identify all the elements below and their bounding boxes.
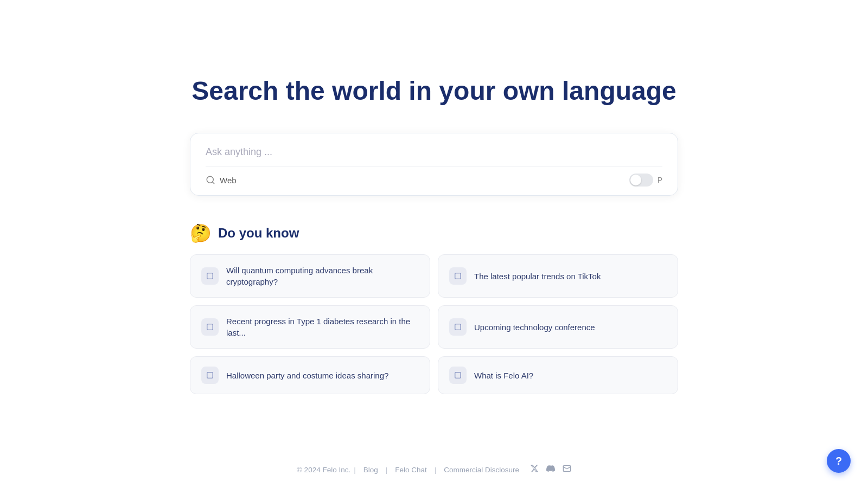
- help-button[interactable]: ?: [827, 449, 851, 473]
- blog-link[interactable]: Blog: [359, 466, 382, 474]
- search-box: Web P: [190, 133, 678, 196]
- card-text-4: Upcoming technology conference: [474, 322, 595, 333]
- card-text-6: What is Felo AI?: [474, 370, 533, 381]
- chat-icon[interactable]: [546, 464, 555, 475]
- card-text-2: The latest popular trends on TikTok: [474, 271, 601, 282]
- card-text-1: Will quantum computing advances break cr…: [226, 265, 419, 287]
- svg-rect-2: [207, 273, 213, 279]
- web-badge: Web: [206, 175, 237, 185]
- copyright-text: © 2024 Felo Inc.: [297, 466, 350, 474]
- suggestion-card-2[interactable]: The latest popular trends on TikTok: [438, 254, 678, 298]
- svg-line-1: [212, 182, 214, 183]
- twitter-icon[interactable]: [530, 464, 539, 475]
- card-icon-1: [201, 267, 219, 285]
- page-container: Search the world in your own language We…: [0, 0, 868, 488]
- svg-rect-7: [455, 373, 461, 378]
- card-text-3: Recent progress in Type 1 diabetes resea…: [226, 316, 419, 338]
- search-input[interactable]: [206, 146, 662, 158]
- toggle-area: P: [629, 174, 662, 187]
- svg-rect-5: [455, 324, 461, 330]
- suggestion-card-3[interactable]: Recent progress in Type 1 diabetes resea…: [190, 305, 430, 349]
- search-footer: Web P: [206, 166, 662, 187]
- suggestion-card-6[interactable]: What is Felo AI?: [438, 356, 678, 394]
- card-icon-2: [449, 267, 467, 285]
- card-text-5: Halloween party and costume ideas sharin…: [226, 370, 388, 381]
- section-title: Do you know: [218, 226, 299, 241]
- web-label: Web: [220, 176, 237, 185]
- svg-rect-6: [207, 373, 213, 378]
- card-icon-3: [201, 318, 219, 336]
- footer: © 2024 Felo Inc. | Blog | Felo Chat | Co…: [0, 464, 868, 475]
- section-header: 🤔 Do you know: [190, 223, 678, 243]
- suggestion-card-4[interactable]: Upcoming technology conference: [438, 305, 678, 349]
- suggestion-card-1[interactable]: Will quantum computing advances break cr…: [190, 254, 430, 298]
- toggle-label: P: [658, 176, 662, 184]
- section-emoji: 🤔: [190, 223, 212, 243]
- search-icon: [206, 175, 215, 185]
- card-icon-6: [449, 367, 467, 384]
- do-you-know-section: 🤔 Do you know Will quantum computing adv…: [190, 223, 678, 394]
- svg-rect-8: [563, 466, 570, 472]
- card-icon-4: [449, 318, 467, 336]
- card-icon-5: [201, 367, 219, 384]
- felo-chat-link[interactable]: Felo Chat: [391, 466, 431, 474]
- suggestion-card-5[interactable]: Halloween party and costume ideas sharin…: [190, 356, 430, 394]
- cards-grid: Will quantum computing advances break cr…: [190, 254, 678, 394]
- help-icon: ?: [835, 455, 842, 467]
- main-title: Search the world in your own language: [192, 76, 676, 106]
- svg-rect-4: [207, 324, 213, 330]
- hero-section: Search the world in your own language We…: [0, 76, 868, 394]
- commercial-disclosure-link[interactable]: Commercial Disclosure: [439, 466, 524, 474]
- footer-icons: [530, 464, 571, 475]
- search-toggle[interactable]: [629, 174, 653, 187]
- email-icon[interactable]: [563, 464, 571, 475]
- svg-rect-3: [455, 273, 461, 279]
